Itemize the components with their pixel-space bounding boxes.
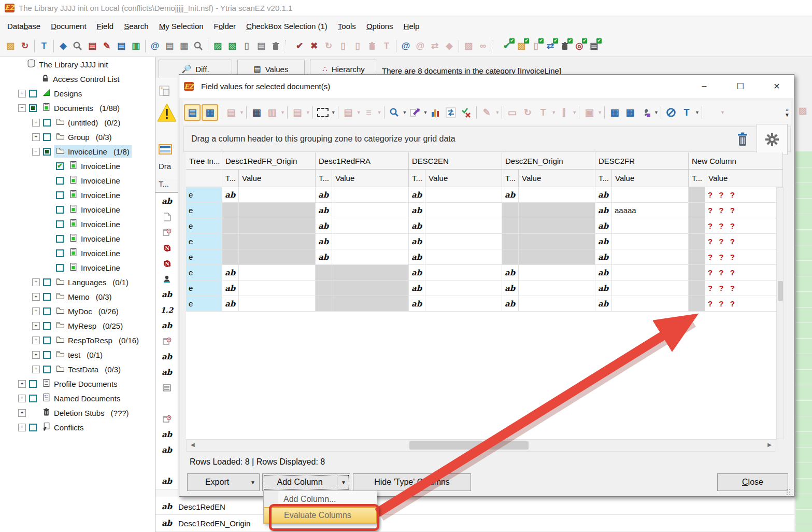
dropdown-caret-icon[interactable]: ▼ <box>551 110 556 115</box>
dropdown-caret-icon[interactable]: ▼ <box>377 110 382 115</box>
tree-item-invoiceline[interactable]: InvoiceLine <box>0 188 155 202</box>
menu-options[interactable]: Options <box>361 18 398 34</box>
delete-selection-icon[interactable]: ✔ <box>558 39 572 53</box>
tree-checkbox[interactable] <box>43 337 51 344</box>
row-dashed-icon[interactable]: ▭ <box>505 105 519 120</box>
layout-grid-icon[interactable]: ▦ <box>202 104 218 121</box>
column-header-desc2fr[interactable]: DESC2FR <box>595 152 689 170</box>
tree-checkbox[interactable] <box>29 395 37 402</box>
time-table-icon[interactable]: ▦ <box>249 105 264 120</box>
subheader-type[interactable]: T... <box>502 170 519 187</box>
hide-type-columns-button[interactable]: Hide 'Type' Columns <box>353 473 471 491</box>
subheader-value[interactable]: Value <box>612 170 689 187</box>
minimize-button[interactable]: – <box>696 79 712 93</box>
tree-expander-icon[interactable]: + <box>32 322 40 330</box>
column-header-desc2en-origin[interactable]: Desc2EN_Origin <box>502 152 595 170</box>
tree-item-invoiceline[interactable]: InvoiceLine <box>0 217 155 231</box>
columns-icon[interactable]: ▥ <box>265 105 279 120</box>
tree-item-invoiceline[interactable]: InvoiceLine <box>0 159 155 173</box>
font-settings-icon[interactable]: T <box>37 39 51 53</box>
toolbar-overflow-icon[interactable]: »▼ <box>785 107 791 118</box>
grid-row[interactable]: eabababaaaaa? ? ? <box>186 203 783 218</box>
goto-icon[interactable]: ◆ <box>56 39 70 53</box>
swap-icon[interactable] <box>444 105 458 120</box>
tools-save-icon[interactable] <box>638 105 653 120</box>
tree-checkbox[interactable] <box>56 162 64 170</box>
copy-db-icon[interactable]: ▤ <box>115 39 128 53</box>
checkbox-select-icon[interactable]: ✔✔ <box>500 39 514 53</box>
ini-icon[interactable]: ▥ <box>129 39 143 53</box>
subheader-type[interactable]: T... <box>689 170 705 187</box>
grid-row[interactable]: eabababab? ? ? <box>186 265 783 281</box>
grid-hscrollbar[interactable]: ◀ ▶ <box>186 439 776 452</box>
target-selection-icon[interactable]: ◎✔ <box>573 39 586 53</box>
tree-checkbox[interactable] <box>56 206 64 214</box>
tree-checkbox[interactable] <box>29 424 37 431</box>
tree-checkbox[interactable] <box>56 191 64 199</box>
dropdown-caret-icon[interactable]: ▼ <box>495 110 500 115</box>
menu-search[interactable]: Search <box>119 18 154 34</box>
subheader-type[interactable]: T... <box>316 170 332 187</box>
tree-checkbox[interactable] <box>56 177 64 185</box>
column-list-icon[interactable]: ▤ <box>290 105 305 120</box>
subheader-type[interactable]: T... <box>409 170 425 187</box>
page-new-disabled-icon[interactable]: ▯ <box>336 39 350 53</box>
check-x-icon[interactable] <box>459 105 474 120</box>
tree-checkbox[interactable] <box>43 148 51 156</box>
select-stack-icon[interactable]: ▯✔ <box>529 39 543 53</box>
export-button[interactable]: Export▼ <box>187 473 260 491</box>
dropdown-caret-icon[interactable]: ▼ <box>572 110 577 115</box>
tree-item-the-library-jjjj-init[interactable]: The Library JJJJ init <box>0 57 155 72</box>
tree-checkbox[interactable] <box>56 220 64 228</box>
tree-checkbox[interactable] <box>29 380 37 388</box>
sort-asc-icon[interactable]: ⫿ <box>557 105 571 120</box>
column-header-desc1redfr-origin[interactable]: Desc1RedFR_Origin <box>222 152 316 170</box>
tree-item-memo[interactable]: +Memo(0/3) <box>0 289 155 304</box>
grouping-trash-button[interactable] <box>732 130 753 149</box>
dropdown-caret-icon[interactable]: ▼ <box>239 110 244 115</box>
search-icon[interactable] <box>387 105 402 120</box>
tree-item-myresp[interactable]: +MyResp(0/25) <box>0 318 155 333</box>
tree-item-conflicts[interactable]: +Conflicts <box>0 420 155 435</box>
refresh-database-icon[interactable]: ↻ <box>18 39 32 53</box>
dropdown-caret-icon[interactable]: ▼ <box>423 110 428 115</box>
tree-item-testdata[interactable]: +TestData(0/3) <box>0 362 155 376</box>
audit-icon[interactable] <box>71 39 84 53</box>
tree-item-invoiceline[interactable]: InvoiceLine <box>0 231 155 246</box>
grid-row[interactable]: eababab? ? ? <box>186 218 783 234</box>
maximize-button[interactable]: ☐ <box>733 79 748 93</box>
chart-icon[interactable] <box>428 105 443 120</box>
export-doc-icon[interactable]: ▨ <box>211 39 224 53</box>
subheader-type[interactable]: T... <box>595 170 612 187</box>
close-window-button[interactable]: ✕ <box>769 79 785 93</box>
scroll-left-icon[interactable]: ◀ <box>191 442 195 447</box>
swap-selection-icon[interactable]: ⇄✔ <box>544 39 557 53</box>
tree-checkbox[interactable] <box>43 366 51 373</box>
menu-folder[interactable]: Folder <box>209 18 241 34</box>
tree-item-named-documents[interactable]: +Named Documents <box>0 391 155 405</box>
tree-item-profile-documents[interactable]: +Profile Documents <box>0 376 155 391</box>
edit-icon[interactable]: ✎ <box>479 105 494 120</box>
tree-checkbox[interactable] <box>29 104 37 112</box>
tree-expander-icon[interactable]: + <box>32 293 40 301</box>
tree-checkbox[interactable] <box>56 235 64 243</box>
dropdown-caret-icon[interactable]: ▼ <box>695 110 700 115</box>
tree-expander-icon[interactable]: − <box>18 104 26 112</box>
subheader-value[interactable]: Value <box>239 170 316 187</box>
tree-expander-icon[interactable]: + <box>18 90 26 97</box>
menu-database[interactable]: Database <box>2 18 46 34</box>
column-header-desc1redfra[interactable]: Desc1RedFRA <box>316 152 409 170</box>
tree-item-designs[interactable]: +Designs <box>0 86 155 101</box>
add-row-icon[interactable]: ▤ <box>224 105 238 120</box>
dropdown-caret-icon[interactable]: ▼ <box>306 110 310 115</box>
unid-icon[interactable]: ▤ <box>163 39 176 53</box>
tree-item-test[interactable]: +test(0/1) <box>0 347 155 362</box>
tree-item-access-control-list[interactable]: Access Control List <box>0 72 155 86</box>
tree-checkbox[interactable] <box>43 133 51 141</box>
tree-expander-icon[interactable]: − <box>32 148 40 156</box>
broom-disabled-icon[interactable]: ▨ <box>462 39 475 53</box>
grid-remove-icon[interactable]: ▦ <box>607 105 622 120</box>
tree-expander-icon[interactable]: + <box>32 366 40 373</box>
at-disabled-icon[interactable]: @ <box>414 39 427 53</box>
menu-document[interactable]: Document <box>46 18 91 34</box>
